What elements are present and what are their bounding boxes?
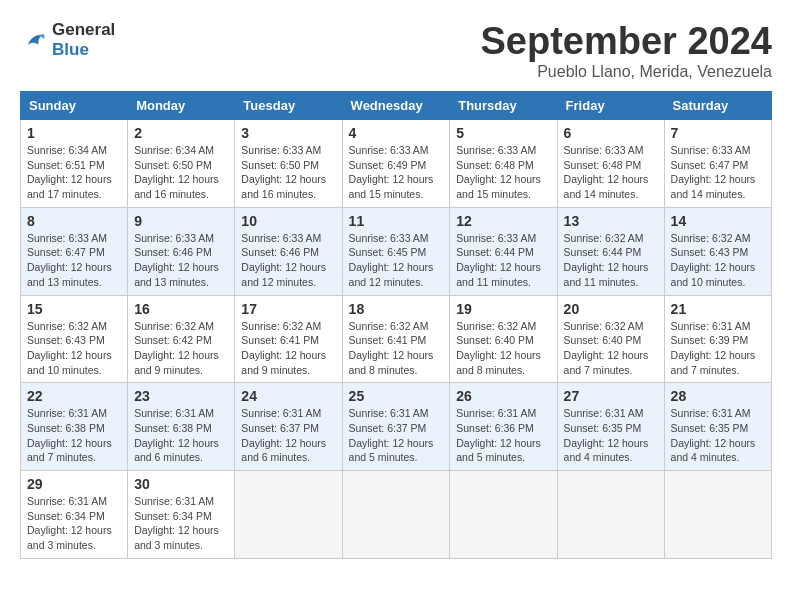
day-number: 29 — [27, 476, 121, 492]
day-number: 11 — [349, 213, 444, 229]
calendar-cell: 29 Sunrise: 6:31 AMSunset: 6:34 PMDaylig… — [21, 471, 128, 559]
header-sunday: Sunday — [21, 92, 128, 120]
logo: General Blue — [20, 20, 115, 60]
calendar-cell: 28 Sunrise: 6:31 AMSunset: 6:35 PMDaylig… — [664, 383, 771, 471]
day-info: Sunrise: 6:33 AMSunset: 6:47 PMDaylight:… — [671, 143, 765, 202]
day-number: 5 — [456, 125, 550, 141]
day-info: Sunrise: 6:33 AMSunset: 6:45 PMDaylight:… — [349, 231, 444, 290]
day-info: Sunrise: 6:31 AMSunset: 6:39 PMDaylight:… — [671, 319, 765, 378]
header-monday: Monday — [128, 92, 235, 120]
calendar-cell: 21 Sunrise: 6:31 AMSunset: 6:39 PMDaylig… — [664, 295, 771, 383]
calendar-cell: 17 Sunrise: 6:32 AMSunset: 6:41 PMDaylig… — [235, 295, 342, 383]
calendar-cell: 4 Sunrise: 6:33 AMSunset: 6:49 PMDayligh… — [342, 120, 450, 208]
day-info: Sunrise: 6:32 AMSunset: 6:44 PMDaylight:… — [564, 231, 658, 290]
day-number: 20 — [564, 301, 658, 317]
day-number: 10 — [241, 213, 335, 229]
day-info: Sunrise: 6:32 AMSunset: 6:43 PMDaylight:… — [671, 231, 765, 290]
day-info: Sunrise: 6:34 AMSunset: 6:51 PMDaylight:… — [27, 143, 121, 202]
day-number: 14 — [671, 213, 765, 229]
calendar-cell — [557, 471, 664, 559]
day-info: Sunrise: 6:33 AMSunset: 6:48 PMDaylight:… — [564, 143, 658, 202]
day-info: Sunrise: 6:33 AMSunset: 6:44 PMDaylight:… — [456, 231, 550, 290]
day-number: 13 — [564, 213, 658, 229]
calendar-cell — [342, 471, 450, 559]
calendar-cell: 25 Sunrise: 6:31 AMSunset: 6:37 PMDaylig… — [342, 383, 450, 471]
calendar-cell: 27 Sunrise: 6:31 AMSunset: 6:35 PMDaylig… — [557, 383, 664, 471]
day-info: Sunrise: 6:31 AMSunset: 6:38 PMDaylight:… — [27, 406, 121, 465]
header-saturday: Saturday — [664, 92, 771, 120]
calendar-week-row: 8 Sunrise: 6:33 AMSunset: 6:47 PMDayligh… — [21, 207, 772, 295]
calendar-cell: 15 Sunrise: 6:32 AMSunset: 6:43 PMDaylig… — [21, 295, 128, 383]
calendar-cell: 24 Sunrise: 6:31 AMSunset: 6:37 PMDaylig… — [235, 383, 342, 471]
calendar-week-row: 29 Sunrise: 6:31 AMSunset: 6:34 PMDaylig… — [21, 471, 772, 559]
logo-text: General Blue — [52, 20, 115, 60]
day-number: 21 — [671, 301, 765, 317]
day-number: 23 — [134, 388, 228, 404]
header-friday: Friday — [557, 92, 664, 120]
calendar-cell: 16 Sunrise: 6:32 AMSunset: 6:42 PMDaylig… — [128, 295, 235, 383]
day-info: Sunrise: 6:31 AMSunset: 6:36 PMDaylight:… — [456, 406, 550, 465]
day-info: Sunrise: 6:32 AMSunset: 6:40 PMDaylight:… — [564, 319, 658, 378]
day-number: 12 — [456, 213, 550, 229]
day-number: 24 — [241, 388, 335, 404]
calendar-cell — [664, 471, 771, 559]
calendar-cell: 7 Sunrise: 6:33 AMSunset: 6:47 PMDayligh… — [664, 120, 771, 208]
day-number: 27 — [564, 388, 658, 404]
day-info: Sunrise: 6:33 AMSunset: 6:47 PMDaylight:… — [27, 231, 121, 290]
calendar-cell: 22 Sunrise: 6:31 AMSunset: 6:38 PMDaylig… — [21, 383, 128, 471]
day-number: 1 — [27, 125, 121, 141]
day-number: 16 — [134, 301, 228, 317]
day-info: Sunrise: 6:33 AMSunset: 6:50 PMDaylight:… — [241, 143, 335, 202]
calendar-cell: 18 Sunrise: 6:32 AMSunset: 6:41 PMDaylig… — [342, 295, 450, 383]
day-number: 22 — [27, 388, 121, 404]
calendar-cell: 26 Sunrise: 6:31 AMSunset: 6:36 PMDaylig… — [450, 383, 557, 471]
calendar-cell: 12 Sunrise: 6:33 AMSunset: 6:44 PMDaylig… — [450, 207, 557, 295]
day-number: 28 — [671, 388, 765, 404]
header-wednesday: Wednesday — [342, 92, 450, 120]
title-block: September 2024 Pueblo Llano, Merida, Ven… — [481, 20, 773, 81]
calendar-table: Sunday Monday Tuesday Wednesday Thursday… — [20, 91, 772, 559]
day-info: Sunrise: 6:31 AMSunset: 6:37 PMDaylight:… — [349, 406, 444, 465]
header-tuesday: Tuesday — [235, 92, 342, 120]
calendar-cell: 2 Sunrise: 6:34 AMSunset: 6:50 PMDayligh… — [128, 120, 235, 208]
day-number: 8 — [27, 213, 121, 229]
day-info: Sunrise: 6:32 AMSunset: 6:41 PMDaylight:… — [241, 319, 335, 378]
calendar-cell: 20 Sunrise: 6:32 AMSunset: 6:40 PMDaylig… — [557, 295, 664, 383]
day-number: 18 — [349, 301, 444, 317]
calendar-header-row: Sunday Monday Tuesday Wednesday Thursday… — [21, 92, 772, 120]
day-number: 25 — [349, 388, 444, 404]
calendar-cell — [235, 471, 342, 559]
calendar-cell: 19 Sunrise: 6:32 AMSunset: 6:40 PMDaylig… — [450, 295, 557, 383]
month-title: September 2024 — [481, 20, 773, 63]
day-number: 26 — [456, 388, 550, 404]
day-info: Sunrise: 6:31 AMSunset: 6:34 PMDaylight:… — [134, 494, 228, 553]
calendar-cell: 9 Sunrise: 6:33 AMSunset: 6:46 PMDayligh… — [128, 207, 235, 295]
calendar-cell: 23 Sunrise: 6:31 AMSunset: 6:38 PMDaylig… — [128, 383, 235, 471]
day-number: 19 — [456, 301, 550, 317]
logo-icon — [20, 26, 48, 54]
day-info: Sunrise: 6:31 AMSunset: 6:35 PMDaylight:… — [671, 406, 765, 465]
day-number: 9 — [134, 213, 228, 229]
page-header: General Blue September 2024 Pueblo Llano… — [20, 20, 772, 81]
day-info: Sunrise: 6:31 AMSunset: 6:38 PMDaylight:… — [134, 406, 228, 465]
calendar-cell: 8 Sunrise: 6:33 AMSunset: 6:47 PMDayligh… — [21, 207, 128, 295]
day-number: 17 — [241, 301, 335, 317]
calendar-week-row: 15 Sunrise: 6:32 AMSunset: 6:43 PMDaylig… — [21, 295, 772, 383]
day-info: Sunrise: 6:32 AMSunset: 6:41 PMDaylight:… — [349, 319, 444, 378]
day-number: 2 — [134, 125, 228, 141]
day-number: 15 — [27, 301, 121, 317]
day-info: Sunrise: 6:31 AMSunset: 6:35 PMDaylight:… — [564, 406, 658, 465]
day-info: Sunrise: 6:32 AMSunset: 6:43 PMDaylight:… — [27, 319, 121, 378]
day-info: Sunrise: 6:33 AMSunset: 6:46 PMDaylight:… — [241, 231, 335, 290]
day-info: Sunrise: 6:34 AMSunset: 6:50 PMDaylight:… — [134, 143, 228, 202]
calendar-week-row: 22 Sunrise: 6:31 AMSunset: 6:38 PMDaylig… — [21, 383, 772, 471]
day-info: Sunrise: 6:33 AMSunset: 6:48 PMDaylight:… — [456, 143, 550, 202]
day-info: Sunrise: 6:31 AMSunset: 6:34 PMDaylight:… — [27, 494, 121, 553]
calendar-cell: 6 Sunrise: 6:33 AMSunset: 6:48 PMDayligh… — [557, 120, 664, 208]
calendar-cell: 30 Sunrise: 6:31 AMSunset: 6:34 PMDaylig… — [128, 471, 235, 559]
calendar-cell: 11 Sunrise: 6:33 AMSunset: 6:45 PMDaylig… — [342, 207, 450, 295]
location-subtitle: Pueblo Llano, Merida, Venezuela — [481, 63, 773, 81]
day-number: 7 — [671, 125, 765, 141]
day-number: 30 — [134, 476, 228, 492]
calendar-cell: 1 Sunrise: 6:34 AMSunset: 6:51 PMDayligh… — [21, 120, 128, 208]
